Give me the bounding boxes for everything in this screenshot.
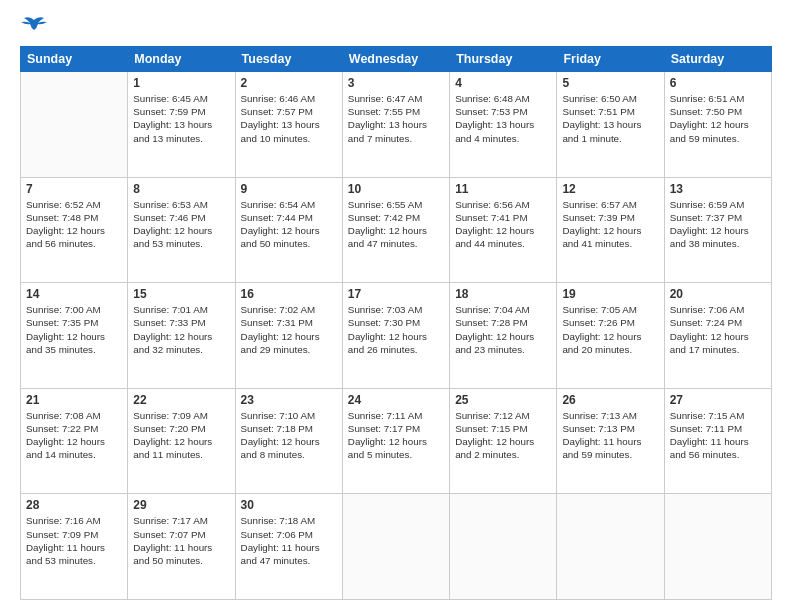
day-info: Sunrise: 7:12 AM Sunset: 7:15 PM Dayligh… (455, 409, 551, 462)
day-number: 4 (455, 76, 551, 90)
day-number: 26 (562, 393, 658, 407)
day-number: 16 (241, 287, 337, 301)
calendar-cell: 8Sunrise: 6:53 AM Sunset: 7:46 PM Daylig… (128, 177, 235, 283)
calendar-cell: 3Sunrise: 6:47 AM Sunset: 7:55 PM Daylig… (342, 72, 449, 178)
calendar-cell: 11Sunrise: 6:56 AM Sunset: 7:41 PM Dayli… (450, 177, 557, 283)
day-number: 5 (562, 76, 658, 90)
day-info: Sunrise: 6:47 AM Sunset: 7:55 PM Dayligh… (348, 92, 444, 145)
calendar-cell: 16Sunrise: 7:02 AM Sunset: 7:31 PM Dayli… (235, 283, 342, 389)
calendar-cell: 18Sunrise: 7:04 AM Sunset: 7:28 PM Dayli… (450, 283, 557, 389)
day-info: Sunrise: 7:17 AM Sunset: 7:07 PM Dayligh… (133, 514, 229, 567)
weekday-header-sunday: Sunday (21, 47, 128, 72)
week-row-2: 7Sunrise: 6:52 AM Sunset: 7:48 PM Daylig… (21, 177, 772, 283)
calendar-cell: 27Sunrise: 7:15 AM Sunset: 7:11 PM Dayli… (664, 388, 771, 494)
day-info: Sunrise: 7:06 AM Sunset: 7:24 PM Dayligh… (670, 303, 766, 356)
day-info: Sunrise: 6:55 AM Sunset: 7:42 PM Dayligh… (348, 198, 444, 251)
weekday-header-wednesday: Wednesday (342, 47, 449, 72)
day-info: Sunrise: 7:03 AM Sunset: 7:30 PM Dayligh… (348, 303, 444, 356)
day-number: 13 (670, 182, 766, 196)
calendar-cell: 26Sunrise: 7:13 AM Sunset: 7:13 PM Dayli… (557, 388, 664, 494)
weekday-header-saturday: Saturday (664, 47, 771, 72)
day-number: 30 (241, 498, 337, 512)
weekday-header-thursday: Thursday (450, 47, 557, 72)
calendar-cell: 20Sunrise: 7:06 AM Sunset: 7:24 PM Dayli… (664, 283, 771, 389)
day-number: 8 (133, 182, 229, 196)
day-number: 3 (348, 76, 444, 90)
day-info: Sunrise: 6:53 AM Sunset: 7:46 PM Dayligh… (133, 198, 229, 251)
day-number: 27 (670, 393, 766, 407)
logo-bird-icon (20, 16, 48, 38)
day-number: 24 (348, 393, 444, 407)
day-number: 1 (133, 76, 229, 90)
day-info: Sunrise: 7:18 AM Sunset: 7:06 PM Dayligh… (241, 514, 337, 567)
day-info: Sunrise: 6:46 AM Sunset: 7:57 PM Dayligh… (241, 92, 337, 145)
calendar-table: SundayMondayTuesdayWednesdayThursdayFrid… (20, 46, 772, 600)
day-number: 17 (348, 287, 444, 301)
calendar-cell: 21Sunrise: 7:08 AM Sunset: 7:22 PM Dayli… (21, 388, 128, 494)
calendar-cell: 15Sunrise: 7:01 AM Sunset: 7:33 PM Dayli… (128, 283, 235, 389)
day-info: Sunrise: 7:15 AM Sunset: 7:11 PM Dayligh… (670, 409, 766, 462)
day-number: 6 (670, 76, 766, 90)
calendar-cell: 22Sunrise: 7:09 AM Sunset: 7:20 PM Dayli… (128, 388, 235, 494)
day-number: 18 (455, 287, 551, 301)
day-info: Sunrise: 6:59 AM Sunset: 7:37 PM Dayligh… (670, 198, 766, 251)
day-number: 7 (26, 182, 122, 196)
calendar-cell: 1Sunrise: 6:45 AM Sunset: 7:59 PM Daylig… (128, 72, 235, 178)
day-info: Sunrise: 6:50 AM Sunset: 7:51 PM Dayligh… (562, 92, 658, 145)
calendar-cell (21, 72, 128, 178)
day-info: Sunrise: 7:13 AM Sunset: 7:13 PM Dayligh… (562, 409, 658, 462)
week-row-3: 14Sunrise: 7:00 AM Sunset: 7:35 PM Dayli… (21, 283, 772, 389)
day-info: Sunrise: 6:48 AM Sunset: 7:53 PM Dayligh… (455, 92, 551, 145)
calendar-cell: 28Sunrise: 7:16 AM Sunset: 7:09 PM Dayli… (21, 494, 128, 600)
day-number: 25 (455, 393, 551, 407)
day-number: 15 (133, 287, 229, 301)
day-info: Sunrise: 7:10 AM Sunset: 7:18 PM Dayligh… (241, 409, 337, 462)
day-number: 22 (133, 393, 229, 407)
calendar-cell: 4Sunrise: 6:48 AM Sunset: 7:53 PM Daylig… (450, 72, 557, 178)
day-number: 20 (670, 287, 766, 301)
day-number: 23 (241, 393, 337, 407)
day-info: Sunrise: 7:09 AM Sunset: 7:20 PM Dayligh… (133, 409, 229, 462)
day-info: Sunrise: 6:57 AM Sunset: 7:39 PM Dayligh… (562, 198, 658, 251)
calendar-cell: 2Sunrise: 6:46 AM Sunset: 7:57 PM Daylig… (235, 72, 342, 178)
day-info: Sunrise: 6:54 AM Sunset: 7:44 PM Dayligh… (241, 198, 337, 251)
calendar-cell: 9Sunrise: 6:54 AM Sunset: 7:44 PM Daylig… (235, 177, 342, 283)
header (20, 16, 772, 38)
calendar-cell: 17Sunrise: 7:03 AM Sunset: 7:30 PM Dayli… (342, 283, 449, 389)
weekday-header-row: SundayMondayTuesdayWednesdayThursdayFrid… (21, 47, 772, 72)
week-row-5: 28Sunrise: 7:16 AM Sunset: 7:09 PM Dayli… (21, 494, 772, 600)
day-info: Sunrise: 7:02 AM Sunset: 7:31 PM Dayligh… (241, 303, 337, 356)
calendar-cell: 13Sunrise: 6:59 AM Sunset: 7:37 PM Dayli… (664, 177, 771, 283)
day-info: Sunrise: 7:16 AM Sunset: 7:09 PM Dayligh… (26, 514, 122, 567)
calendar-cell (450, 494, 557, 600)
weekday-header-tuesday: Tuesday (235, 47, 342, 72)
calendar-cell (342, 494, 449, 600)
day-number: 9 (241, 182, 337, 196)
day-info: Sunrise: 6:52 AM Sunset: 7:48 PM Dayligh… (26, 198, 122, 251)
day-info: Sunrise: 7:11 AM Sunset: 7:17 PM Dayligh… (348, 409, 444, 462)
day-number: 19 (562, 287, 658, 301)
calendar-cell: 30Sunrise: 7:18 AM Sunset: 7:06 PM Dayli… (235, 494, 342, 600)
day-info: Sunrise: 6:51 AM Sunset: 7:50 PM Dayligh… (670, 92, 766, 145)
calendar-cell: 6Sunrise: 6:51 AM Sunset: 7:50 PM Daylig… (664, 72, 771, 178)
calendar-cell: 14Sunrise: 7:00 AM Sunset: 7:35 PM Dayli… (21, 283, 128, 389)
day-info: Sunrise: 6:56 AM Sunset: 7:41 PM Dayligh… (455, 198, 551, 251)
calendar-cell (557, 494, 664, 600)
day-info: Sunrise: 7:05 AM Sunset: 7:26 PM Dayligh… (562, 303, 658, 356)
calendar-cell: 5Sunrise: 6:50 AM Sunset: 7:51 PM Daylig… (557, 72, 664, 178)
calendar-cell: 24Sunrise: 7:11 AM Sunset: 7:17 PM Dayli… (342, 388, 449, 494)
calendar-cell: 19Sunrise: 7:05 AM Sunset: 7:26 PM Dayli… (557, 283, 664, 389)
calendar-cell: 10Sunrise: 6:55 AM Sunset: 7:42 PM Dayli… (342, 177, 449, 283)
day-number: 29 (133, 498, 229, 512)
weekday-header-monday: Monday (128, 47, 235, 72)
calendar-cell: 23Sunrise: 7:10 AM Sunset: 7:18 PM Dayli… (235, 388, 342, 494)
calendar-cell: 25Sunrise: 7:12 AM Sunset: 7:15 PM Dayli… (450, 388, 557, 494)
day-info: Sunrise: 7:00 AM Sunset: 7:35 PM Dayligh… (26, 303, 122, 356)
weekday-header-friday: Friday (557, 47, 664, 72)
day-number: 21 (26, 393, 122, 407)
day-info: Sunrise: 6:45 AM Sunset: 7:59 PM Dayligh… (133, 92, 229, 145)
day-number: 10 (348, 182, 444, 196)
logo (20, 16, 50, 38)
day-info: Sunrise: 7:01 AM Sunset: 7:33 PM Dayligh… (133, 303, 229, 356)
day-info: Sunrise: 7:08 AM Sunset: 7:22 PM Dayligh… (26, 409, 122, 462)
